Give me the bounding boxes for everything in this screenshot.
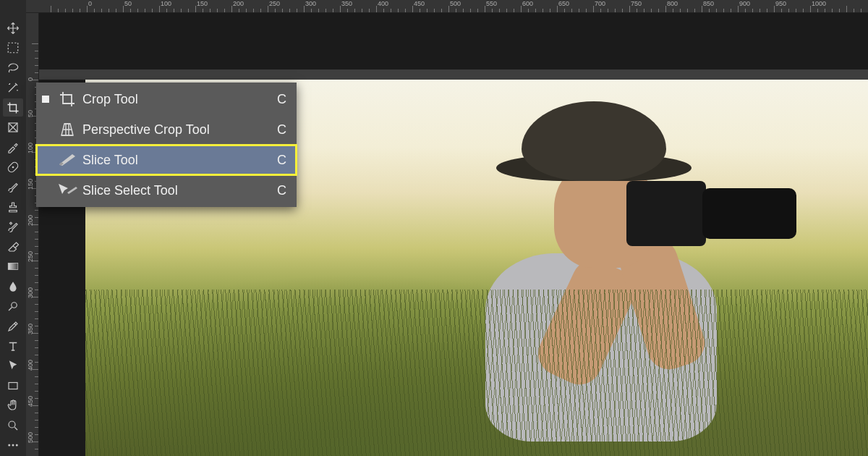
stamp-icon bbox=[7, 200, 20, 214]
active-tool-indicator bbox=[42, 96, 49, 103]
lasso-icon bbox=[7, 62, 20, 75]
frame-tool[interactable] bbox=[3, 118, 23, 136]
flyout-item-label: Perspective Crop Tool bbox=[80, 122, 269, 138]
gradient-tool[interactable] bbox=[3, 257, 23, 275]
flyout-item-crop-tool[interactable]: Crop ToolC bbox=[36, 84, 297, 114]
dodge-tool[interactable] bbox=[3, 297, 23, 315]
svg-point-7 bbox=[9, 421, 15, 428]
pen-icon bbox=[7, 320, 20, 333]
ruler-tick-label: 300 bbox=[27, 287, 34, 298]
eyedropper-icon bbox=[7, 140, 20, 153]
dodge-icon bbox=[7, 300, 20, 313]
canvas-image-foreground bbox=[85, 290, 868, 456]
wand-icon bbox=[7, 81, 20, 94]
ruler-tick-label: 500 bbox=[27, 432, 34, 443]
vertical-ruler[interactable]: 050100150200250300350400450500 bbox=[26, 13, 39, 456]
brush-tool[interactable] bbox=[3, 178, 23, 196]
marquee-icon bbox=[7, 41, 20, 54]
hand-icon bbox=[7, 399, 20, 412]
move-icon bbox=[7, 22, 20, 35]
history-brush-icon bbox=[7, 220, 20, 233]
toolbar-more[interactable] bbox=[3, 436, 23, 455]
active-tool-indicator bbox=[42, 187, 49, 194]
ruler-tick-label: 450 bbox=[27, 396, 34, 407]
eraser-icon bbox=[7, 240, 20, 253]
horizontal-ruler[interactable]: 0501001502002503003504004505005506006507… bbox=[26, 0, 868, 13]
tool-palette bbox=[0, 0, 26, 456]
active-tool-indicator bbox=[42, 126, 49, 133]
brush-icon bbox=[7, 180, 20, 193]
active-tool-indicator bbox=[42, 156, 49, 164]
crop-tool-flyout: Crop ToolCPerspective Crop ToolCSlice To… bbox=[36, 83, 297, 207]
slice-select-icon bbox=[55, 182, 80, 198]
zoom-icon bbox=[7, 419, 20, 432]
ruler-tick-label: 0 bbox=[27, 77, 34, 81]
svg-point-10 bbox=[16, 444, 18, 447]
rectangle-icon bbox=[7, 379, 20, 392]
ruler-tick-label: 50 bbox=[27, 110, 34, 117]
clone-stamp-tool[interactable] bbox=[3, 198, 23, 216]
ruler-tick-label: 350 bbox=[27, 324, 34, 334]
ruler-tick-label: 0 bbox=[88, 0, 92, 7]
flyout-item-shortcut: C bbox=[269, 122, 286, 138]
eraser-tool[interactable] bbox=[3, 237, 23, 256]
rectangle-tool[interactable] bbox=[3, 376, 23, 394]
ruler-tick-label: 100 bbox=[27, 143, 34, 153]
slice-icon bbox=[55, 153, 80, 167]
crop-tool[interactable] bbox=[3, 98, 23, 117]
eyedropper-tool[interactable] bbox=[3, 138, 23, 156]
flyout-item-slice-tool[interactable]: Slice ToolC bbox=[36, 145, 297, 175]
path-selection-tool[interactable] bbox=[3, 357, 23, 375]
svg-rect-6 bbox=[9, 382, 17, 389]
gradient-icon bbox=[7, 260, 20, 273]
flyout-item-label: Crop Tool bbox=[80, 92, 269, 107]
bandage-icon bbox=[7, 161, 20, 174]
frame-icon bbox=[7, 121, 20, 134]
flyout-item-slice-select-tool[interactable]: Slice Select ToolC bbox=[36, 175, 297, 206]
crop-icon bbox=[55, 90, 80, 108]
magic-wand-tool[interactable] bbox=[3, 78, 23, 96]
perspective-crop-icon bbox=[55, 121, 80, 138]
ruler-tick-label: 250 bbox=[27, 251, 34, 262]
flyout-item-perspective-crop-tool[interactable]: Perspective Crop ToolC bbox=[36, 114, 297, 145]
zoom-tool[interactable] bbox=[3, 416, 23, 434]
type-tool[interactable] bbox=[3, 337, 23, 355]
type-icon bbox=[7, 339, 20, 352]
move-tool[interactable] bbox=[3, 19, 23, 37]
flyout-item-shortcut: C bbox=[269, 92, 286, 107]
blur-tool[interactable] bbox=[3, 277, 23, 295]
svg-point-5 bbox=[12, 303, 17, 308]
flyout-item-label: Slice Tool bbox=[80, 153, 269, 168]
svg-point-8 bbox=[8, 444, 10, 447]
more-icon bbox=[7, 442, 20, 449]
flyout-item-shortcut: C bbox=[269, 153, 286, 168]
hand-tool[interactable] bbox=[3, 397, 23, 415]
healing-brush-tool[interactable] bbox=[3, 158, 23, 176]
svg-rect-0 bbox=[8, 43, 18, 53]
svg-rect-4 bbox=[8, 263, 18, 270]
pointer-icon bbox=[7, 359, 20, 372]
ruler-tick-label: 400 bbox=[27, 360, 34, 371]
document-tab-bar[interactable] bbox=[39, 69, 868, 80]
flyout-item-label: Slice Select Tool bbox=[80, 183, 269, 198]
pen-tool[interactable] bbox=[3, 317, 23, 335]
ruler-tick-label: 150 bbox=[27, 179, 34, 190]
droplet-icon bbox=[7, 280, 20, 293]
svg-point-9 bbox=[12, 444, 14, 447]
crop-icon bbox=[7, 101, 20, 114]
lasso-tool[interactable] bbox=[3, 59, 23, 77]
flyout-item-shortcut: C bbox=[269, 183, 286, 198]
history-brush-tool[interactable] bbox=[3, 218, 23, 236]
svg-point-3 bbox=[12, 166, 14, 168]
ruler-tick-label: 200 bbox=[27, 215, 34, 226]
marquee-tool[interactable] bbox=[3, 38, 23, 56]
